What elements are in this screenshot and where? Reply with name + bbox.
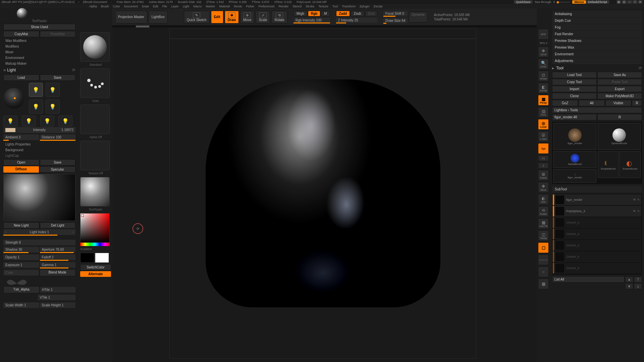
strength-slider[interactable]: Strength 8 [3,240,75,245]
load-tool-button[interactable]: Load Tool [552,72,597,78]
mixer-item[interactable]: Mixer [3,49,75,55]
minimize-icon[interactable]: − [627,0,632,4]
menu-light[interactable]: Light [183,5,190,8]
light-8-button[interactable]: 💡 [58,116,72,126]
matcap-maker-item[interactable]: Matcap Maker [3,61,75,66]
specular-button[interactable]: Specular [40,166,76,173]
subtool-header[interactable]: SubTool [552,186,642,192]
lightbox-button[interactable]: LightBox [149,11,168,23]
maximize-icon[interactable]: □ [633,0,637,4]
adjustments-item[interactable]: Adjustments [552,58,642,64]
zcut-button[interactable]: Zcut [365,11,377,16]
intensity-slider[interactable]: Intensity 1.18972 [3,127,75,133]
switchcolor-button[interactable]: SwitchColor [80,264,111,270]
move-button[interactable]: ✢Move [240,11,254,23]
aahalf-button[interactable]: ◧AAHalf [538,83,549,94]
move-down-button[interactable]: ▼ [625,283,633,289]
defaultscript-button[interactable]: DefaultZScript [586,0,609,4]
menu-color[interactable]: Color [113,5,120,8]
list-all-button[interactable]: List All [552,276,625,283]
import-button[interactable]: Import [552,86,597,92]
menu-document[interactable]: Document [124,5,138,8]
gamma-slider[interactable]: Gamma 1 [40,262,76,268]
transp-button[interactable]: ◫Transp [538,230,549,241]
lightcap-item[interactable]: LightCap [3,153,75,159]
subtool-row[interactable]: Omesh_4 [553,263,641,274]
tool-thumb-eraser[interactable]: ◐EraserBrush [620,151,641,178]
zsub-button[interactable]: Zsub [351,11,364,16]
shadow-slider[interactable]: Shadow 30 [3,247,39,252]
show-used-button[interactable]: Show Used [3,24,75,30]
menu-zplugin[interactable]: Zplugin [360,5,370,8]
diffuse-button[interactable]: Diffuse [3,166,39,173]
light-6-button[interactable]: 💡 [22,116,36,126]
tool-thumb-alpha[interactable]: AlphaBrush [553,151,596,168]
background-item[interactable]: Background [3,147,75,153]
move-up-button[interactable]: ▲ [625,277,633,283]
move-top-button[interactable]: ⤒ [634,277,642,283]
depthcue-item[interactable]: Depth Cue [552,17,642,24]
viewport[interactable] [169,28,476,359]
eye-icon[interactable]: 👁 [633,209,636,213]
dynamic-button[interactable]: Dynamic [409,12,428,22]
scale-height[interactable]: Scale Height 1 [40,302,76,308]
brush-icon[interactable]: ✎ [637,198,640,201]
y-button[interactable]: (Y) [538,155,549,161]
visible-button[interactable]: Visible [605,100,631,106]
copymat-button[interactable]: CopyMat [3,31,39,37]
close-icon[interactable]: ✕ [638,0,643,4]
export-button[interactable]: Export [597,86,642,92]
blend-mode-button[interactable]: Blend Mode [40,269,76,276]
sculpture-mesh[interactable] [206,79,440,307]
tool-thumb-figur2[interactable]: 2figur_render [553,169,596,183]
light-4-button[interactable]: 💡 [46,100,60,114]
menus-button[interactable]: Menus [572,0,586,4]
fog-item[interactable]: Fog [552,24,642,31]
make-polymesh-button[interactable]: Make PolyMesh3D [597,93,642,99]
bpr-button[interactable]: BPR [538,29,549,40]
tool-thumb-simple[interactable]: ଽSimpleBrush [598,151,619,178]
spix-label[interactable]: SPix 3 [539,42,547,45]
grid-button[interactable]: ▦ [538,279,549,289]
menu-stencil[interactable]: Stencil [292,5,302,8]
r-button[interactable]: R [632,100,642,106]
subtool-row[interactable]: Omesh_4 [553,240,641,251]
expand-icon[interactable]: ⊞ [616,0,621,4]
seethrough-slider[interactable] [557,2,570,3]
save-as-button[interactable]: Save As [597,72,642,78]
move-view-button[interactable]: ✥Move [538,182,549,193]
material-thumb[interactable] [80,177,110,206]
wax-modifiers-item[interactable]: Wax Modifiers [3,38,75,44]
previewshadows-item[interactable]: Preview Shadows [552,38,642,44]
menu-tool[interactable]: Tool [332,5,338,8]
menu-preferences[interactable]: Preferences [258,5,275,8]
exposure-slider[interactable]: Exposure 1 [3,262,39,268]
light-position-sphere[interactable] [3,88,24,109]
opacity-slider[interactable]: Opacity 1 [3,254,39,260]
menu-edit[interactable]: Edit [153,5,158,8]
modifiers-item[interactable]: Modifiers [3,44,75,49]
scale-width[interactable]: Scale Width 1 [3,302,39,308]
fastrender-item[interactable]: Fast Render [552,31,642,37]
alternate-button[interactable]: Alternate [80,271,111,277]
actual-button[interactable]: ⊡Actual [538,71,549,81]
zadd-button[interactable]: Zadd [336,11,350,16]
quick-sketch-button[interactable]: ✎Quick Sketch [184,11,210,23]
subtool-row[interactable]: figur_render👁✎ [553,194,641,205]
pastemat-button[interactable]: PasteMat [40,31,76,37]
tool-name-field[interactable]: figur_render.48 [552,114,597,120]
xyz-button[interactable]: Xyz [538,143,549,154]
previewwax-item[interactable]: Preview Wax [552,44,642,51]
lights-properties-item[interactable]: Lights Properties [3,141,75,147]
texture-thumb[interactable] [80,141,110,170]
tool-thumb-sphere[interactable]: SphereBrush [598,123,641,150]
z-intensity-slider[interactable]: Z Intensity 25 [336,18,378,23]
light-1-button[interactable]: 💡 [29,83,43,97]
rotate-view-button[interactable]: ⟲Rotate [538,206,549,217]
local-button[interactable]: ◎Local [538,119,549,130]
document-scrollbar[interactable] [136,25,149,27]
environment-item-r[interactable]: Environment [552,51,642,57]
lightbox-tools-button[interactable]: Lightbox › Tools [552,107,642,113]
lightcap-preview[interactable] [3,174,75,221]
dock-icon[interactable]: ⊡ [622,0,627,4]
